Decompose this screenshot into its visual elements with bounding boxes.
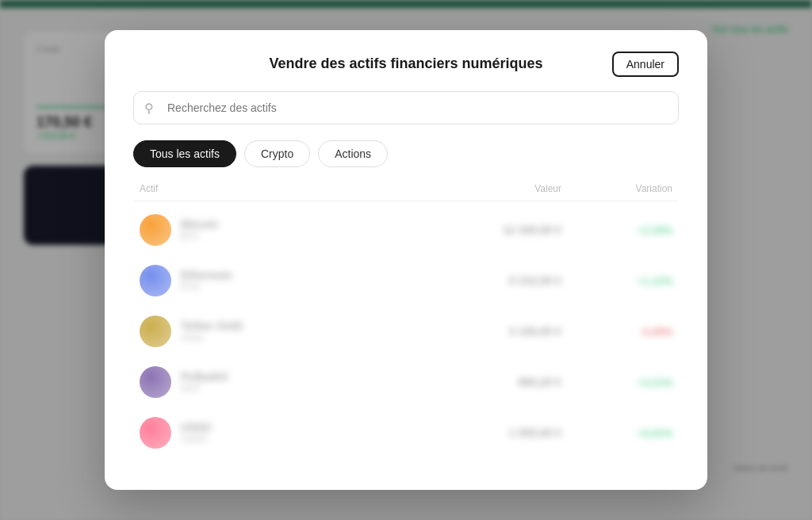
asset-ticker: BTC <box>181 231 218 242</box>
tab-actions[interactable]: Actions <box>318 140 388 167</box>
col-header-asset: Actif <box>140 183 419 194</box>
asset-change: -0,45% <box>561 326 672 338</box>
asset-avatar <box>140 265 171 296</box>
asset-value: 890,20 € <box>419 376 561 388</box>
modal-overlay: Vendre des actifs financiers numériques … <box>0 0 812 520</box>
asset-name: Polkadot <box>181 370 228 383</box>
tab-all-assets[interactable]: Tous les actifs <box>133 140 236 167</box>
asset-ticker: DOT <box>181 383 228 394</box>
asset-ticker: USDC <box>181 434 213 445</box>
cancel-button[interactable]: Annuler <box>612 52 679 77</box>
asset-ticker: ETH <box>181 281 232 292</box>
col-header-change: Variation <box>561 183 672 194</box>
asset-name: USDC <box>181 421 213 434</box>
asset-avatar <box>140 315 171 347</box>
search-icon: ⚲ <box>144 101 154 116</box>
list-item[interactable]: SolanaSOL2 780,00 €+5,60% <box>133 458 679 465</box>
asset-ticker: XAUt <box>181 332 243 343</box>
asset-value: 5 210,50 € <box>419 274 561 287</box>
asset-avatar <box>140 366 171 398</box>
asset-value: 12 340,00 € <box>419 224 561 236</box>
asset-change: +3,21% <box>561 377 672 388</box>
asset-change: +1,12% <box>561 275 672 287</box>
asset-name: Tether Gold <box>181 319 243 332</box>
filter-tabs: Tous les actifs Crypto Actions <box>133 140 679 167</box>
sell-assets-modal: Vendre des actifs financiers numériques … <box>105 30 707 490</box>
modal-title: Vendre des actifs financiers numériques <box>269 55 542 72</box>
tab-crypto[interactable]: Crypto <box>244 140 310 167</box>
search-container: ⚲ <box>133 91 679 124</box>
asset-name: Ethereum <box>181 269 232 281</box>
asset-avatar <box>140 214 171 246</box>
list-item[interactable]: PolkadotDOT890,20 €+3,21% <box>133 357 679 407</box>
asset-change: +2,34% <box>561 224 672 236</box>
col-header-value: Valeur <box>419 183 561 194</box>
asset-change: +0,01% <box>561 427 672 439</box>
asset-list-container[interactable]: Actif Valeur Variation BitcoinBTC12 340,… <box>133 183 679 465</box>
list-item[interactable]: EthereumETH5 210,50 €+1,12% <box>133 255 679 306</box>
list-item[interactable]: BitcoinBTC12 340,00 €+2,34% <box>133 205 679 255</box>
search-input[interactable] <box>133 91 679 124</box>
asset-value: 3 100,00 € <box>419 325 561 338</box>
asset-rows: BitcoinBTC12 340,00 €+2,34%EthereumETH5 … <box>133 205 679 465</box>
asset-value: 1 500,00 € <box>419 426 561 439</box>
modal-header: Vendre des actifs financiers numériques … <box>133 55 679 72</box>
list-item[interactable]: USDCUSDC1 500,00 €+0,01% <box>133 407 679 458</box>
list-header: Actif Valeur Variation <box>133 183 679 201</box>
list-item[interactable]: Tether GoldXAUt3 100,00 €-0,45% <box>133 306 679 357</box>
asset-name: Bitcoin <box>181 218 218 231</box>
asset-avatar <box>140 417 171 449</box>
